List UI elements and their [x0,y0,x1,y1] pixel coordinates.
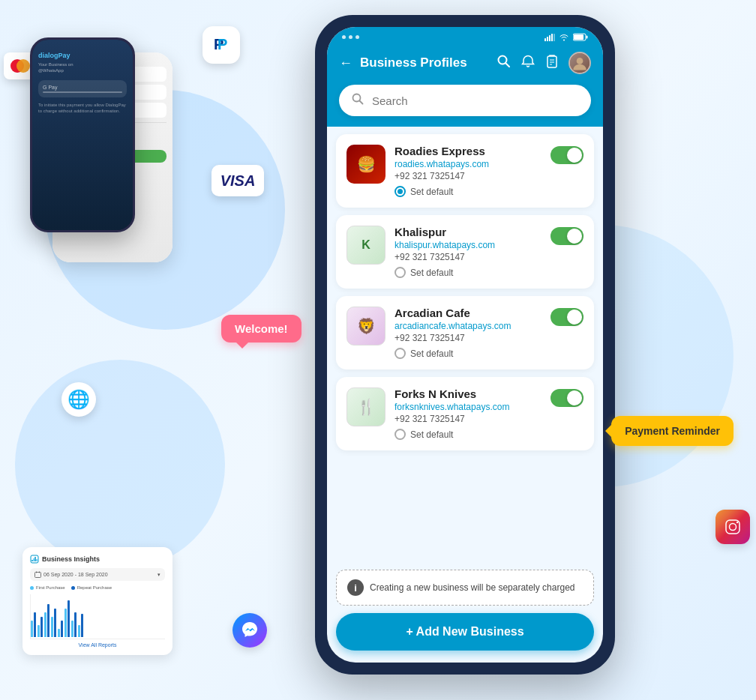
biz-phone: +92 321 7325147 [394,414,542,424]
biz-toggle[interactable] [550,226,584,245]
toggle-thumb [567,229,582,244]
header-icons [496,52,591,74]
svg-rect-19 [554,34,555,41]
bar-first [31,621,33,637]
bar-repeat [74,612,76,637]
set-default-label: Set default [410,187,453,197]
svg-point-29 [577,58,584,64]
bar-first [58,629,60,637]
toggle-switch[interactable] [550,389,584,407]
avatar[interactable] [568,52,591,74]
left-phone-group: Select a Payment Method PayPal Bank Tran… [30,37,195,277]
set-default[interactable]: Set default [394,186,542,197]
bar-repeat [47,604,50,637]
main-phone: ← Business Profiles [315,15,615,675]
bar-first [38,625,40,638]
biz-phone: +92 321 7325147 [394,252,542,262]
biz-url[interactable]: arcadiancafe.whatapays.com [394,321,542,331]
set-default[interactable]: Set default [394,348,542,359]
wifi-icon [560,34,568,41]
toggle-switch[interactable] [550,146,584,164]
toggle-switch[interactable] [550,308,584,326]
bell-icon[interactable] [520,54,536,73]
svg-line-31 [360,101,363,104]
add-new-business-button[interactable]: + Add New Business [336,613,594,651]
set-default[interactable]: Set default [394,267,542,278]
phone-front-screen: dialogPay Your Business on@WhatsApp G Pa… [32,40,133,230]
business-list: 🍔 Roadies Express roadies.whatapays.com … [327,127,603,570]
biz-name: Forks N Knives [394,387,542,400]
biz-phone: +92 321 7325147 [394,171,542,181]
bg-circle-2 [15,360,225,570]
set-default[interactable]: Set default [394,429,542,440]
insights-header: Business Insights [30,555,165,564]
chart-bar-group [38,617,43,638]
svg-rect-18 [551,34,553,41]
view-all-link[interactable]: View All Reports [30,642,165,648]
biz-url[interactable]: roadies.whatapays.com [394,159,542,169]
chart-bar-group [44,604,50,637]
globe-icon: 🌐 [62,382,96,417]
set-default-label: Set default [410,349,453,359]
insights-icon [30,555,39,564]
biz-toggle[interactable] [550,145,584,164]
phone-screen: ← Business Profiles [327,27,603,663]
status-dot-3 [356,35,359,39]
biz-toggle[interactable] [550,307,584,326]
legend-repeat: Repeat Purchase [71,585,112,590]
biz-logo: K [346,226,386,265]
svg-rect-12 [35,573,41,578]
biz-name: Roadies Express [394,145,542,157]
messenger-icon [232,613,267,648]
bar-repeat [68,600,70,638]
clipboard-svg [544,54,560,69]
biz-phone: +92 321 7325147 [394,333,542,343]
instagram-icon [716,510,750,544]
bar-first [64,609,67,638]
biz-url[interactable]: khalispur.whatapays.com [394,240,542,250]
status-dot-1 [342,35,346,39]
biz-logo: 🍴 [346,387,386,426]
search-header-icon[interactable] [496,54,512,73]
biz-url[interactable]: forksnknives.whatapays.com [394,402,542,412]
toggle-switch[interactable] [550,227,584,245]
clipboard-icon[interactable] [544,54,560,73]
legend-first-dot [30,586,34,590]
back-button[interactable]: ← [339,55,352,71]
bar-first [78,625,80,638]
radio-circle[interactable] [394,267,406,278]
bar-repeat [61,621,63,637]
chart-area [30,594,165,639]
business-item: K Khalispur khalispur.whatapays.com +92 … [336,215,594,289]
svg-point-6 [736,522,738,523]
biz-info: Forks N Knives forksnknives.whatapays.co… [394,387,542,440]
radio-circle[interactable] [394,348,406,359]
chart-bar-group [31,612,36,637]
radio-circle[interactable] [394,429,406,440]
biz-toggle[interactable] [550,387,584,407]
avatar-image [570,53,590,73]
chart-bar-group [64,600,70,638]
bar-repeat [34,612,36,637]
bar-first [51,617,53,638]
svg-line-24 [506,63,510,67]
page-title: Business Profiles [360,55,489,70]
notice-banner: i Creating a new business will be separa… [336,570,594,606]
svg-rect-22 [586,36,588,39]
bar-first [44,612,46,637]
search-input[interactable] [372,94,579,107]
radio-circle[interactable] [394,186,406,197]
biz-info: Khalispur khalispur.whatapays.com +92 32… [394,226,542,278]
bar-first [71,621,74,637]
gpay-row: G Pay [38,80,127,97]
battery-icon [573,33,588,41]
business-item: 🦁 Arcadian Cafe arcadiancafe.whatapays.c… [336,296,594,369]
chart-bar-group [71,612,76,637]
svg-rect-21 [574,34,584,40]
status-dot-2 [349,35,352,39]
set-default-label: Set default [410,268,453,278]
chart-bar-group [51,609,56,638]
status-notch [342,35,359,39]
insights-date[interactable]: 06 Sep 2020 - 18 Sep 2020 ▾ [30,568,165,581]
legend-repeat-dot [71,586,75,590]
